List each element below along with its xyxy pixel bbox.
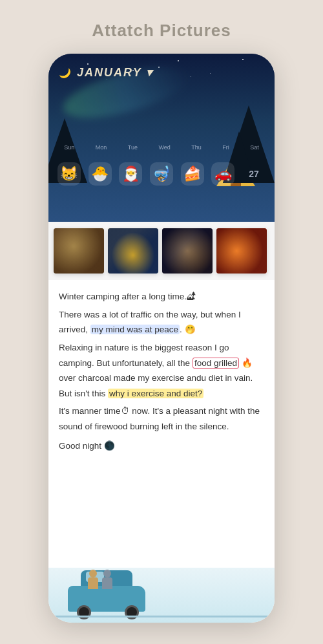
goodnight-text: Good night 🌑 xyxy=(59,438,115,454)
day-sun: Sun xyxy=(64,144,74,151)
highlight-food-grilled: food grilled xyxy=(193,358,239,369)
calendar-emoji-row: 😸 🐣 🎅 🤿 🍰 🚗 27 xyxy=(48,162,275,186)
person2-body xyxy=(102,577,112,589)
cal-item-3[interactable]: 🤿 xyxy=(150,162,173,186)
photo-campfire[interactable] xyxy=(216,228,267,274)
goodnight-line: Good night 🌑 xyxy=(59,438,264,454)
journal-line2: There was a lot of traffic on the way, b… xyxy=(59,307,264,338)
photo-lights-gathering[interactable] xyxy=(162,228,213,274)
person-1 xyxy=(87,570,99,590)
bottom-illustration xyxy=(48,568,275,623)
highlight-exercise-diet: why i exercise and diet? xyxy=(108,389,203,398)
moon-icon: 🌙 xyxy=(59,68,71,78)
cal-item-6[interactable]: 27 xyxy=(242,169,266,179)
day-wed: Wed xyxy=(158,144,170,151)
person1-body xyxy=(88,577,98,589)
cal-item-5[interactable]: 🚗 xyxy=(211,162,234,186)
person-2 xyxy=(101,570,113,590)
month-arrow[interactable]: ▾ xyxy=(146,66,153,79)
person2-head xyxy=(103,570,111,577)
day-fri: Fri xyxy=(222,144,229,151)
month-label: 🌙 JANUARY ▾ xyxy=(59,65,153,80)
cal-item-0[interactable]: 😸 xyxy=(57,162,81,186)
phone-frame: 🌙 JANUARY ▾ 🔥 Sun Mon Tue Wed Thu Fri Sa… xyxy=(48,54,275,623)
journal-line1: Winter camping after a long time.🏕 xyxy=(59,289,264,305)
photo-tent-night[interactable] xyxy=(108,228,158,274)
calendar-header: 🌙 JANUARY ▾ 🔥 Sun Mon Tue Wed Thu Fri Sa… xyxy=(48,54,275,222)
journal-content: Winter camping after a long time.🏕 There… xyxy=(48,280,275,568)
people-silhouettes xyxy=(87,570,113,590)
photos-strip xyxy=(48,222,275,280)
person1-head xyxy=(89,570,97,577)
day-tue: Tue xyxy=(128,144,138,151)
calendar-days-header: Sun Mon Tue Wed Thu Fri Sat xyxy=(48,144,275,151)
cal-item-4[interactable]: 🍰 xyxy=(181,162,204,186)
highlight-peace: my mind was at peace xyxy=(90,325,180,334)
journal-line2-post: . 🤭 xyxy=(180,325,196,334)
photo-camping-mug[interactable] xyxy=(54,228,104,274)
cal-item-1[interactable]: 🐣 xyxy=(89,162,112,186)
journal-line4: It's manner time⏱ now. It's a pleasant n… xyxy=(59,403,264,434)
photos-section xyxy=(48,222,275,280)
day-sat: Sat xyxy=(250,144,259,151)
page-title: Attatch Pictures xyxy=(92,21,231,41)
road-line xyxy=(48,616,275,617)
cal-item-2[interactable]: 🎅 xyxy=(119,162,142,186)
journal-line3: Relaxing in nature is the biggest reason… xyxy=(59,340,264,402)
day-mon: Mon xyxy=(96,144,107,151)
journal-text: Winter camping after a long time.🏕 There… xyxy=(59,289,264,453)
day-thu: Thu xyxy=(191,144,202,151)
